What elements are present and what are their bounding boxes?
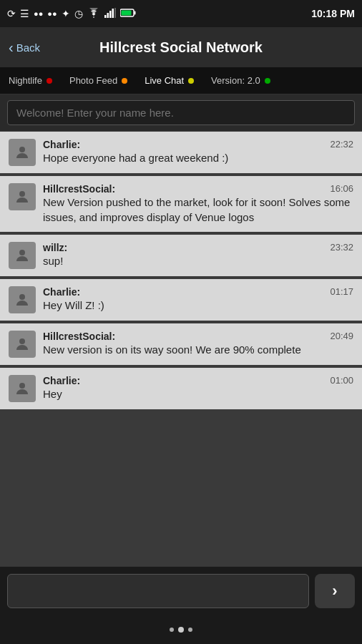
message-header-4: HillcrestSocial: 20:49 [43, 331, 353, 342]
avatar-1 [9, 183, 36, 210]
svg-rect-7 [134, 11, 135, 15]
svg-rect-0 [104, 15, 107, 18]
send-icon: › [332, 582, 337, 600]
message-row-3: Charlie: 01:17 Hey Will Z! :) [0, 279, 362, 321]
message-text-5: Hey [43, 386, 353, 401]
message-row-4: HillcrestSocial: 20:49 New version is on… [0, 323, 362, 365]
messages-area: Charlie: 22:32 Hope everyone had a great… [0, 132, 362, 567]
svg-rect-4 [114, 8, 116, 18]
message-sender-1: HillcrestSocial: [43, 183, 115, 195]
avatar-4 [9, 331, 36, 358]
message-time-4: 20:49 [330, 331, 353, 342]
message-sender-4: HillcrestSocial: [43, 331, 115, 342]
tab-nightlife-label: Nightlife [9, 75, 42, 86]
message-content-5: Charlie: 01:00 Hey [43, 375, 353, 401]
message-row-2: willz: 23:32 sup! [0, 235, 362, 276]
avatar-3 [9, 286, 36, 313]
message-content-2: willz: 23:32 sup! [43, 242, 353, 268]
message-sender-0: Charlie: [43, 139, 80, 150]
message-text-3: Hey Will Z! :) [43, 298, 353, 313]
nav-dot-1 [170, 628, 174, 632]
avatar-5 [9, 375, 36, 402]
nav-dot-2 [178, 627, 184, 633]
status-time: 10:18 PM [311, 8, 355, 19]
message-sender-2: willz: [43, 242, 67, 253]
tab-photofeed-label: Photo Feed [69, 75, 117, 86]
main-content: Charlie: 22:32 Hope everyone had a great… [0, 94, 362, 644]
message-time-5: 01:00 [330, 375, 353, 386]
message-content-0: Charlie: 22:32 Hope everyone had a great… [43, 139, 353, 165]
nav-dot-3 [188, 628, 192, 632]
signal-icon [104, 8, 116, 20]
sync-icon: ⟳ [7, 8, 16, 19]
tab-nightlife-dot [47, 78, 52, 84]
back-button[interactable]: ‹ Back [9, 39, 40, 56]
message-text-0: Hope everyone had a great weekend :) [43, 150, 353, 165]
bottom-input-row: › [0, 567, 362, 615]
message-time-1: 16:06 [330, 183, 353, 195]
tab-version-dot [265, 78, 270, 84]
tab-photofeed-dot [122, 78, 127, 84]
tab-livechat-dot [188, 78, 194, 84]
battery-icon [120, 8, 136, 19]
message-time-3: 01:17 [330, 286, 353, 298]
tab-version[interactable]: Version: 2.0 [202, 67, 279, 94]
tab-nightlife[interactable]: Nightlife [0, 67, 61, 94]
message-text-2: sup! [43, 253, 353, 268]
message-row-0: Charlie: 22:32 Hope everyone had a great… [0, 132, 362, 173]
message-row-1: HillcrestSocial: 16:06 New Version pushe… [0, 176, 362, 232]
status-bar: ⟳ ☰ ●● ●● ✦ ◷ [0, 0, 362, 27]
airplane-icon: ✦ [62, 8, 70, 19]
tab-version-label: Version: 2.0 [211, 75, 260, 86]
app-title: Hillcrest Social Network [52, 39, 310, 56]
chat-input-bar [0, 94, 362, 132]
message-row-5: Charlie: 01:00 Hey [0, 368, 362, 409]
message-content-4: HillcrestSocial: 20:49 New version is on… [43, 331, 353, 357]
svg-point-13 [19, 383, 25, 389]
message-time-2: 23:32 [330, 242, 353, 253]
username-input[interactable] [7, 100, 355, 125]
svg-rect-3 [112, 9, 114, 18]
tab-photofeed[interactable]: Photo Feed [61, 67, 136, 94]
message-header-3: Charlie: 01:17 [43, 286, 353, 298]
svg-rect-1 [107, 13, 109, 18]
status-icons-left: ⟳ ☰ ●● ●● ✦ ◷ [7, 8, 136, 20]
svg-rect-6 [121, 11, 131, 16]
tab-livechat[interactable]: Live Chat [136, 67, 202, 94]
svg-point-9 [19, 191, 25, 197]
message-time-0: 22:32 [330, 139, 353, 150]
action-bar: ‹ Back Hillcrest Social Network [0, 27, 362, 67]
svg-point-10 [19, 250, 25, 255]
message-sender-3: Charlie: [43, 286, 80, 298]
send-button[interactable]: › [315, 574, 355, 608]
nav-dots [0, 615, 362, 644]
message-sender-5: Charlie: [43, 375, 80, 386]
svg-point-12 [19, 338, 25, 344]
alarm-icon: ◷ [74, 8, 83, 19]
message-header-5: Charlie: 01:00 [43, 375, 353, 386]
message-header-2: willz: 23:32 [43, 242, 353, 253]
back-chevron-icon: ‹ [9, 39, 14, 56]
dots-icon2: ●● [47, 9, 57, 18]
message-text-4: New version is on its way soon! We are 9… [43, 342, 353, 357]
svg-rect-2 [109, 11, 112, 18]
menu-icon: ☰ [20, 8, 29, 19]
avatar-2 [9, 242, 36, 269]
message-content-3: Charlie: 01:17 Hey Will Z! :) [43, 286, 353, 313]
tab-bar: Nightlife Photo Feed Live Chat Version: … [0, 67, 362, 94]
message-header-0: Charlie: 22:32 [43, 139, 353, 150]
message-header-1: HillcrestSocial: 16:06 [43, 183, 353, 195]
avatar-0 [9, 139, 36, 166]
message-content-1: HillcrestSocial: 16:06 New Version pushe… [43, 183, 353, 225]
back-label: Back [16, 42, 40, 54]
message-text-1: New Version pushed to the market, look f… [43, 195, 353, 225]
dots-icon1: ●● [34, 9, 43, 18]
tab-livechat-label: Live Chat [145, 75, 184, 86]
message-input[interactable] [7, 574, 309, 608]
wifi-icon [87, 8, 100, 20]
svg-point-8 [19, 147, 25, 152]
svg-point-11 [19, 294, 25, 300]
